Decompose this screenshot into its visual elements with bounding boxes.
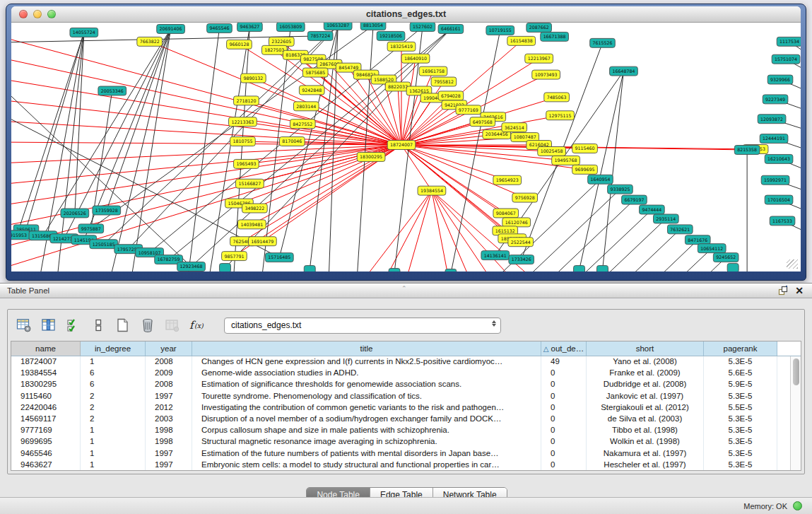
network-node[interactable]: 9463627: [237, 23, 263, 31]
network-node[interactable]: 7485063: [544, 93, 570, 102]
column-header-pagerank[interactable]: pagerank: [704, 341, 777, 356]
minimize-window-button[interactable]: [33, 10, 42, 18]
cell-pagerank[interactable]: 5.3E-5: [704, 356, 777, 368]
network-node[interactable]: 12505185: [90, 240, 118, 249]
network-node[interactable]: 1167533: [770, 216, 795, 226]
cell-short[interactable]: Jankovic et al. (1997): [587, 391, 704, 402]
network-node[interactable]: 1640954: [588, 175, 613, 184]
network-node[interactable]: 2718120: [234, 96, 259, 105]
network-node[interactable]: 1733426: [509, 255, 534, 264]
cell-name[interactable]: 9699695: [11, 436, 81, 448]
network-canvas[interactable]: 1872400723226051827503818632898275082867…: [11, 23, 801, 271]
cell-name[interactable]: 9465546: [11, 448, 81, 460]
network-node[interactable]: 16914479: [248, 237, 276, 246]
network-node[interactable]: 18724007: [387, 141, 416, 150]
cell-in_degree[interactable]: 6: [81, 379, 146, 390]
import-table-icon[interactable]: [162, 315, 183, 335]
cell-title[interactable]: Tourette syndrome. Phenomenology and cla…: [192, 391, 541, 402]
network-node[interactable]: 12213363: [229, 117, 257, 127]
cell-title[interactable]: Embryonic stem cells: a model to study s…: [192, 460, 541, 470]
network-node[interactable]: 6794028: [438, 91, 464, 100]
cell-pagerank[interactable]: 5.3E-5: [704, 425, 777, 436]
network-node[interactable]: 16053809: [276, 23, 305, 31]
cell-name[interactable]: 18724007: [11, 356, 81, 368]
network-node[interactable]: [445, 269, 457, 271]
network-node[interactable]: 19654923: [493, 175, 522, 185]
network-node[interactable]: 12444191: [760, 134, 788, 144]
network-node[interactable]: 12923468: [177, 262, 206, 271]
cell-name[interactable]: 9777169: [11, 425, 81, 436]
cell-name[interactable]: 14569117: [11, 414, 81, 425]
network-node[interactable]: 12093872: [758, 115, 786, 124]
cell-title[interactable]: Disruption of a novel member of a sodium…: [192, 414, 541, 425]
network-node[interactable]: 2935114: [654, 214, 679, 223]
select-values-icon[interactable]: [63, 315, 84, 335]
network-node[interactable]: 7615526: [590, 38, 616, 47]
network-node[interactable]: 15716485: [265, 253, 293, 262]
network-node[interactable]: 2322605: [269, 37, 294, 46]
network-node[interactable]: 9245652: [713, 253, 739, 262]
window-resize-grip[interactable]: [787, 259, 798, 269]
network-node[interactable]: 9338925: [608, 185, 633, 194]
network-node[interactable]: 16671388: [541, 32, 569, 41]
cell-short[interactable]: Nakamura et al. (1997): [587, 448, 704, 460]
network-node[interactable]: 19495768: [552, 156, 580, 165]
network-node[interactable]: 14136141: [481, 251, 510, 260]
cell-year[interactable]: 2003: [146, 414, 192, 425]
cell-pagerank[interactable]: 5.5E-5: [704, 402, 777, 414]
cell-out_degree[interactable]: 0: [541, 448, 587, 460]
network-node[interactable]: 14039481: [238, 220, 266, 229]
network-node[interactable]: 18325419: [387, 42, 416, 51]
network-node[interactable]: 2087662: [526, 23, 552, 32]
network-node[interactable]: 8813054: [360, 23, 386, 30]
table-panel-header[interactable]: Table Panel ⌃ ✕: [0, 283, 812, 298]
network-node[interactable]: 10653287: [324, 23, 352, 30]
network-node[interactable]: 6679197: [622, 195, 647, 204]
cell-pagerank[interactable]: 5.9E-5: [704, 379, 777, 390]
cell-short[interactable]: Yano et al. (2008): [587, 356, 704, 368]
network-node[interactable]: 9975887: [78, 224, 104, 233]
cell-out_degree[interactable]: 0: [541, 425, 587, 436]
cell-title[interactable]: Genome-wide association studies in ADHD.: [192, 368, 541, 379]
network-node[interactable]: 8215358: [734, 146, 760, 155]
network-node[interactable]: 20691406: [157, 24, 185, 33]
cell-name[interactable]: 9463627: [11, 460, 81, 470]
cell-out_degree[interactable]: 0: [541, 391, 587, 402]
cell-out_degree[interactable]: 49: [541, 356, 587, 368]
network-node[interactable]: 10025458: [538, 147, 566, 156]
cell-pagerank[interactable]: 5.6E-5: [704, 368, 777, 379]
new-column-icon[interactable]: [112, 315, 134, 335]
network-node[interactable]: 12213967: [525, 54, 553, 63]
network-node[interactable]: 1527602: [410, 23, 435, 31]
network-node[interactable]: 9465546: [207, 23, 233, 33]
table-row[interactable]: 911546021997Tourette syndrome. Phenomeno…: [11, 391, 801, 402]
table-row[interactable]: 2242004622012Investigating the contribut…: [11, 402, 801, 414]
cell-out_degree[interactable]: 0: [541, 460, 587, 470]
column-header-year[interactable]: year: [146, 341, 192, 356]
cell-short[interactable]: de Silva et al. (2003): [587, 414, 704, 425]
delete-column-icon[interactable]: [137, 315, 158, 335]
network-node[interactable]: [389, 269, 400, 271]
network-node[interactable]: 8170046: [279, 137, 305, 146]
table-row[interactable]: 946362711997Embryonic stem cells: a mode…: [11, 460, 801, 470]
network-node[interactable]: 20206526: [61, 209, 89, 218]
network-node[interactable]: 3915953: [11, 230, 30, 240]
network-node[interactable]: 3498222: [242, 204, 268, 213]
cell-pagerank[interactable]: 5.3E-5: [704, 436, 777, 448]
network-node[interactable]: 9084067: [493, 209, 519, 218]
cell-year[interactable]: 2012: [146, 402, 192, 414]
table-row[interactable]: 1938455462009Genome-wide association stu…: [11, 368, 801, 379]
network-node[interactable]: 5875685: [302, 68, 328, 77]
network-node[interactable]: 15992971: [761, 175, 789, 185]
cell-out_degree[interactable]: 0: [541, 436, 587, 448]
cell-title[interactable]: Corpus callosum shape and size in male p…: [192, 425, 541, 436]
column-header-in_degree[interactable]: in_degree: [81, 341, 146, 356]
cell-in_degree[interactable]: 1: [81, 356, 146, 368]
network-node[interactable]: 3624514: [502, 123, 527, 132]
cell-out_degree[interactable]: 0: [541, 368, 587, 379]
network-node[interactable]: 18300295: [357, 152, 385, 161]
network-node[interactable]: 15166827: [236, 179, 264, 188]
cell-short[interactable]: Dudbridge et al. (2008): [587, 379, 704, 390]
network-node[interactable]: 16961758: [419, 66, 447, 76]
network-node[interactable]: 9329966: [767, 75, 793, 84]
